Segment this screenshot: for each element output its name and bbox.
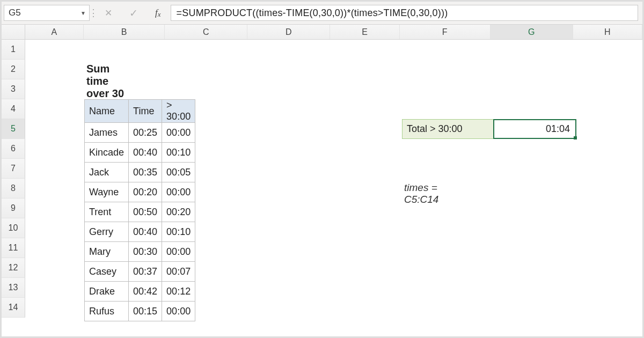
cell-name[interactable]: Jack bbox=[85, 163, 129, 182]
table-row: Mary00:3000:00 bbox=[85, 242, 195, 262]
col-label: B bbox=[121, 27, 127, 37]
cell-over[interactable]: 00:07 bbox=[162, 262, 195, 282]
column-headers: A B C D E F G H bbox=[2, 25, 642, 40]
select-all-corner[interactable] bbox=[2, 25, 25, 39]
row-header-12[interactable]: 12 bbox=[2, 258, 25, 278]
table-row: Rufus00:1500:00 bbox=[85, 302, 195, 321]
table-row: James00:2500:00 bbox=[85, 123, 195, 143]
cell-time[interactable]: 00:35 bbox=[129, 163, 162, 182]
spreadsheet-grid[interactable]: A B C D E F G H 1234567891011121314 Sum … bbox=[2, 25, 642, 318]
table-row: Wayne00:2000:00 bbox=[85, 182, 195, 202]
cell-name[interactable]: Drake bbox=[85, 282, 129, 302]
row-header-11[interactable]: 11 bbox=[2, 238, 25, 258]
col-header-C[interactable]: C bbox=[165, 25, 247, 39]
cell-time[interactable]: 00:50 bbox=[129, 202, 162, 222]
cell-over[interactable]: 00:10 bbox=[162, 222, 195, 242]
row-header-4[interactable]: 4 bbox=[2, 99, 25, 119]
cell-time[interactable]: 00:15 bbox=[129, 302, 162, 321]
cell-over[interactable]: 00:05 bbox=[162, 163, 195, 182]
header-time[interactable]: Time bbox=[129, 100, 162, 123]
row-header-7[interactable]: 7 bbox=[2, 159, 25, 179]
col-label: E bbox=[362, 27, 368, 37]
total-box: Total > 30:00 01:04 bbox=[402, 119, 576, 139]
cell-time[interactable]: 00:40 bbox=[129, 143, 162, 163]
cell-over[interactable]: 00:10 bbox=[162, 143, 195, 163]
row-header-9[interactable]: 9 bbox=[2, 199, 25, 218]
row-header-5[interactable]: 5 bbox=[2, 119, 25, 139]
data-table: Name Time > 30:00 James00:2500:00Kincade… bbox=[84, 99, 195, 321]
formula-bar-buttons: ✕ ✓ fx bbox=[97, 7, 171, 19]
table-row: Jack00:3500:05 bbox=[85, 163, 195, 182]
name-box[interactable]: G5 ▼ bbox=[4, 5, 90, 21]
col-header-F[interactable]: F bbox=[400, 25, 491, 39]
row-header-3[interactable]: 3 bbox=[2, 79, 25, 99]
cell-time[interactable]: 00:20 bbox=[129, 182, 162, 202]
header-over[interactable]: > 30:00 bbox=[162, 100, 195, 123]
formula-bar: G5 ▼ ⋮ ✕ ✓ fx =SUMPRODUCT((times-TIME(0,… bbox=[2, 2, 642, 25]
cell-name[interactable]: James bbox=[85, 123, 129, 143]
cell-name[interactable]: Wayne bbox=[85, 182, 129, 202]
row-header-6[interactable]: 6 bbox=[2, 139, 25, 159]
chevron-down-icon[interactable]: ▼ bbox=[80, 10, 86, 16]
table-row: Kincade00:4000:10 bbox=[85, 143, 195, 163]
cell-over[interactable]: 00:20 bbox=[162, 202, 195, 222]
cell-name[interactable]: Gerry bbox=[85, 222, 129, 242]
row-header-10[interactable]: 10 bbox=[2, 218, 25, 238]
row-header-2[interactable]: 2 bbox=[2, 60, 25, 79]
divider: ⋮ bbox=[90, 7, 97, 19]
col-label: G bbox=[528, 27, 535, 37]
table-row: Gerry00:4000:10 bbox=[85, 222, 195, 242]
col-label: F bbox=[442, 27, 448, 37]
row-header-1[interactable]: 1 bbox=[2, 40, 25, 60]
cell-name[interactable]: Trent bbox=[85, 202, 129, 222]
cell-time[interactable]: 00:25 bbox=[129, 123, 162, 143]
cell-time[interactable]: 00:42 bbox=[129, 282, 162, 302]
table-header-row: Name Time > 30:00 bbox=[85, 100, 195, 123]
col-label: H bbox=[604, 27, 611, 37]
col-header-B[interactable]: B bbox=[84, 25, 165, 39]
cancel-icon[interactable]: ✕ bbox=[105, 8, 112, 19]
col-label: D bbox=[286, 27, 292, 37]
table-row: Drake00:4200:12 bbox=[85, 282, 195, 302]
col-header-E[interactable]: E bbox=[330, 25, 399, 39]
total-label: Total > 30:00 bbox=[407, 123, 463, 135]
cell-name[interactable]: Casey bbox=[85, 262, 129, 282]
col-header-D[interactable]: D bbox=[247, 25, 330, 39]
col-header-A[interactable]: A bbox=[25, 25, 84, 39]
cell-reference: G5 bbox=[9, 8, 21, 18]
cell-time[interactable]: 00:40 bbox=[129, 222, 162, 242]
cell-name[interactable]: Mary bbox=[85, 242, 129, 262]
col-label: A bbox=[52, 27, 57, 37]
cell-time[interactable]: 00:30 bbox=[129, 242, 162, 262]
fx-icon[interactable]: fx bbox=[155, 8, 161, 18]
total-value: 01:04 bbox=[546, 123, 570, 135]
header-name[interactable]: Name bbox=[85, 100, 129, 123]
range-note: times = C5:C14 bbox=[402, 182, 438, 205]
cell-over[interactable]: 00:12 bbox=[162, 282, 195, 302]
col-header-G[interactable]: G bbox=[491, 25, 573, 39]
cell-name[interactable]: Rufus bbox=[85, 302, 129, 321]
cell-time[interactable]: 00:37 bbox=[129, 262, 162, 282]
total-value-cell[interactable]: 01:04 bbox=[493, 119, 576, 139]
row-header-8[interactable]: 8 bbox=[2, 179, 25, 199]
cell-name[interactable]: Kincade bbox=[85, 143, 129, 163]
row-header-13[interactable]: 13 bbox=[2, 278, 25, 298]
col-label: C bbox=[203, 27, 209, 37]
formula-text: =SUMPRODUCT((times-TIME(0,30,0))*(times>… bbox=[177, 8, 448, 19]
cell-over[interactable]: 00:00 bbox=[162, 182, 195, 202]
table-row: Trent00:5000:20 bbox=[85, 202, 195, 222]
table-row: Casey00:3700:07 bbox=[85, 262, 195, 282]
cell-over[interactable]: 00:00 bbox=[162, 302, 195, 321]
formula-input[interactable]: =SUMPRODUCT((times-TIME(0,30,0))*(times>… bbox=[171, 5, 638, 21]
cell-over[interactable]: 00:00 bbox=[162, 123, 195, 143]
row-header-14[interactable]: 14 bbox=[2, 298, 25, 318]
total-label-cell[interactable]: Total > 30:00 bbox=[402, 119, 493, 139]
cell-over[interactable]: 00:00 bbox=[162, 242, 195, 262]
enter-icon[interactable]: ✓ bbox=[129, 7, 138, 19]
col-header-H[interactable]: H bbox=[573, 25, 642, 39]
